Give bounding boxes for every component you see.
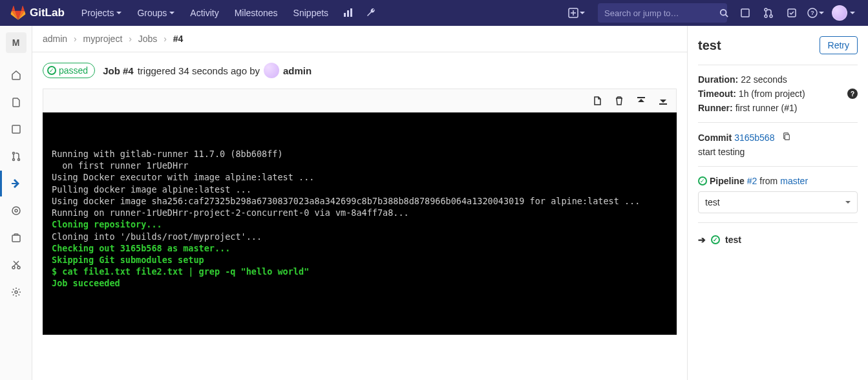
pipeline-branch-link[interactable]: master (780, 176, 808, 186)
log-line: Cloning into '/builds/root/myproject'... (52, 231, 668, 242)
runner-label: Runner: (698, 103, 733, 113)
runner-value: first runner (#1) (736, 103, 798, 113)
sidebar-settings[interactable] (0, 279, 32, 305)
nav-todos-icon[interactable] (781, 3, 802, 23)
sidebar-registry[interactable] (0, 225, 32, 251)
pipeline-from-text: from (759, 176, 778, 186)
sidebar-merge-requests[interactable] (0, 143, 32, 169)
status-badge: ✓ passed (43, 63, 95, 78)
log-line: Pulling docker image alpine:latest ... (52, 184, 668, 195)
chevron-down-icon (845, 201, 851, 204)
svg-rect-0 (344, 13, 346, 17)
stage-select-value: test (705, 197, 720, 207)
copy-commit-icon[interactable] (782, 132, 791, 143)
job-triggered-text: triggered 34 seconds ago by (138, 65, 260, 76)
user-avatar[interactable] (264, 63, 279, 78)
sidebar-operations[interactable] (0, 198, 32, 224)
nav-groups[interactable]: Groups (131, 3, 181, 23)
timeout-value: 1h (from project) (739, 89, 805, 99)
sidebar-cicd[interactable] (0, 171, 32, 196)
log-line: Checking out 3165b568 as master... (52, 242, 668, 254)
svg-point-17 (15, 209, 17, 212)
breadcrumb: admin › myproject › Jobs › #4 (32, 26, 687, 52)
nav-user-menu[interactable] (829, 3, 858, 23)
log-line: $ cat file1.txt file2.txt | grep -q "hel… (52, 266, 668, 277)
breadcrumb-owner[interactable]: admin (43, 34, 67, 44)
svg-point-8 (770, 15, 772, 17)
chevron-down-icon (116, 12, 122, 14)
erase-log-button[interactable] (611, 93, 627, 109)
check-circle-icon: ✓ (47, 66, 56, 75)
commit-message: start testing (698, 147, 745, 157)
scroll-bottom-button[interactable] (655, 93, 671, 109)
sidebar-snippets[interactable] (0, 252, 32, 278)
nav-analytics-icon[interactable] (337, 3, 358, 23)
global-search[interactable] (598, 3, 727, 23)
plus-box-icon (568, 8, 578, 18)
duration-label: Duration: (698, 74, 738, 85)
arrow-right-icon (698, 235, 706, 245)
svg-rect-5 (741, 9, 749, 17)
top-navbar: GitLab Projects Groups Activity Mileston… (0, 0, 868, 26)
pipeline-id-link[interactable]: #2 (747, 176, 757, 186)
nav-projects[interactable]: Projects (75, 3, 129, 23)
svg-point-20 (17, 266, 20, 269)
nav-admin-wrench-icon[interactable] (361, 3, 381, 23)
svg-point-4 (721, 10, 726, 16)
log-line: Skipping Git submodules setup (52, 254, 668, 266)
sidebar-issues[interactable] (0, 116, 32, 142)
left-sidebar: M (0, 26, 32, 380)
log-line: Using docker image sha256:caf27325b298a6… (52, 195, 668, 207)
breadcrumb-current: #4 (173, 34, 184, 44)
timeout-label: Timeout: (698, 89, 736, 99)
nav-milestones[interactable]: Milestones (228, 3, 284, 23)
chevron-down-icon (850, 12, 855, 14)
sidebar-project-avatar[interactable]: M (6, 32, 26, 53)
gitlab-logo[interactable]: GitLab (10, 5, 65, 21)
pipeline-status-icon: ✓ (698, 176, 707, 185)
log-line: on first runner 1rUeDHrr (52, 160, 668, 171)
raw-log-button[interactable] (589, 93, 605, 109)
breadcrumb-section[interactable]: Jobs (138, 34, 158, 44)
sidebar-repository[interactable] (0, 89, 32, 115)
svg-point-21 (15, 291, 17, 293)
log-line: Running with gitlab-runner 11.7.0 (8bb60… (52, 148, 668, 160)
retry-button[interactable]: Retry (820, 36, 858, 54)
commit-label: Commit (698, 132, 732, 143)
search-input[interactable] (598, 8, 719, 18)
nav-help-icon[interactable]: ? (805, 3, 827, 23)
stage-job-row[interactable]: ✓ test (698, 235, 858, 245)
svg-rect-12 (12, 125, 20, 133)
svg-point-7 (765, 15, 767, 17)
sidebar-project-home[interactable] (0, 62, 32, 88)
log-toolbar (43, 89, 677, 112)
nav-activity[interactable]: Activity (184, 3, 225, 23)
nav-new-dropdown[interactable] (563, 5, 590, 21)
svg-text:?: ? (810, 10, 814, 16)
main-content: admin › myproject › Jobs › #4 ✓ passed J… (32, 26, 687, 380)
breadcrumb-project[interactable]: myproject (83, 34, 123, 44)
timeout-help-icon[interactable]: ? (847, 89, 858, 99)
nav-merge-requests-icon[interactable] (758, 3, 779, 23)
svg-point-15 (17, 159, 19, 161)
gitlab-logo-icon (10, 5, 26, 21)
log-line: Using Docker executor with image alpine:… (52, 171, 668, 183)
commit-sha-link[interactable]: 3165b568 (734, 132, 774, 143)
search-icon[interactable] (719, 8, 728, 17)
scroll-top-button[interactable] (633, 93, 649, 109)
chevron-down-icon (580, 12, 585, 14)
svg-point-19 (12, 266, 15, 269)
job-name-title: test (698, 38, 721, 53)
svg-rect-22 (785, 134, 790, 140)
svg-point-13 (12, 153, 14, 154)
svg-point-6 (765, 8, 767, 11)
svg-point-14 (12, 159, 14, 161)
right-sidebar: test Retry Duration: 22 seconds Timeout:… (687, 26, 868, 380)
job-log-terminal[interactable]: Running with gitlab-runner 11.7.0 (8bb60… (43, 112, 677, 335)
nav-snippets[interactable]: Snippets (287, 3, 335, 23)
nav-issues-icon[interactable] (735, 3, 756, 23)
job-user-link[interactable]: admin (283, 65, 312, 76)
stage-select[interactable]: test (698, 191, 858, 213)
svg-point-16 (12, 207, 20, 215)
job-status-icon: ✓ (711, 235, 720, 244)
